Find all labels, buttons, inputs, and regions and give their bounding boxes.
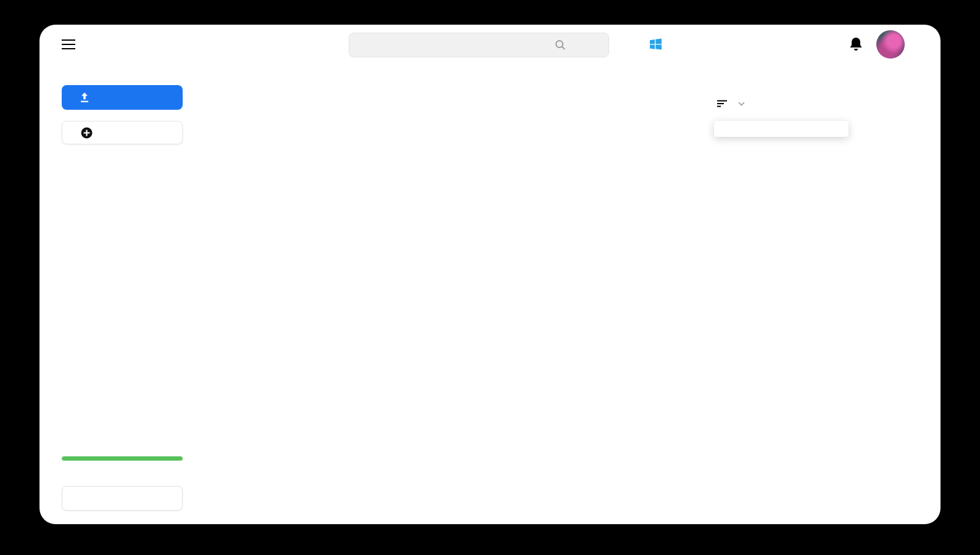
- upload-icon: [79, 92, 90, 103]
- sort-icon: [717, 100, 727, 107]
- user-avatar[interactable]: [876, 30, 905, 59]
- plus-icon: [81, 127, 93, 139]
- menu-hamburger-icon[interactable]: [62, 39, 75, 50]
- install-disk-button[interactable]: [649, 38, 668, 51]
- windows-icon: [649, 38, 662, 51]
- search-box[interactable]: [349, 33, 609, 57]
- sort-dropdown-menu: [714, 121, 849, 137]
- search-icon: [555, 39, 566, 51]
- sort-control[interactable]: [717, 100, 745, 107]
- search-input[interactable]: [392, 39, 549, 51]
- buy-space-button[interactable]: [62, 486, 183, 511]
- storage-widget: [62, 456, 183, 466]
- storage-progress-fill: [62, 456, 183, 461]
- notifications-bell-icon[interactable]: [849, 37, 863, 52]
- storage-progress-bar: [62, 456, 183, 461]
- upload-button[interactable]: [62, 85, 183, 110]
- toolbar: [717, 100, 762, 107]
- create-button[interactable]: [62, 121, 183, 144]
- app-window: [39, 25, 941, 524]
- chevron-down-icon: [738, 102, 745, 106]
